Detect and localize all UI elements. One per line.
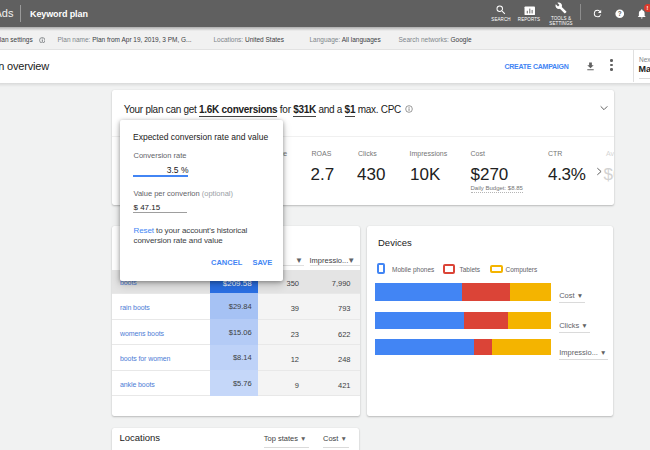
svg-text:?: ? xyxy=(617,10,621,17)
